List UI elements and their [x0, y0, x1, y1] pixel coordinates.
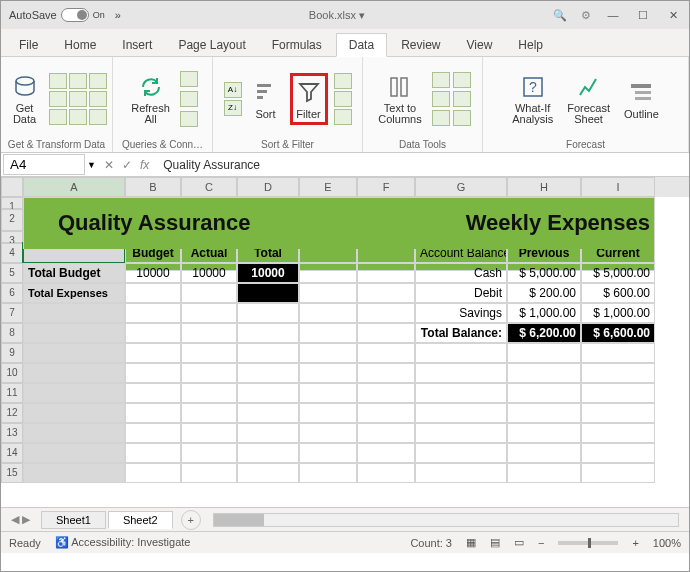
cell[interactable]	[181, 283, 237, 303]
cell[interactable]	[125, 383, 181, 403]
cell[interactable]	[299, 403, 357, 423]
cell[interactable]	[299, 363, 357, 383]
row-header[interactable]: 13	[1, 423, 23, 443]
row-header[interactable]: 9	[1, 343, 23, 363]
clear-filter-icon[interactable]	[334, 73, 352, 89]
tab-view[interactable]: View	[455, 34, 505, 56]
cell[interactable]	[357, 303, 415, 323]
sheet-nav-icons[interactable]: ◀ ▶	[11, 513, 30, 526]
remove-dup-icon[interactable]	[453, 72, 471, 88]
cell[interactable]	[125, 323, 181, 343]
fx-icon[interactable]: fx	[140, 158, 149, 172]
data-model-icon[interactable]	[453, 110, 471, 126]
cell[interactable]	[181, 323, 237, 343]
relationships-icon[interactable]	[432, 110, 450, 126]
horizontal-scrollbar[interactable]	[213, 513, 679, 527]
tab-formulas[interactable]: Formulas	[260, 34, 334, 56]
cell[interactable]	[581, 463, 655, 483]
cancel-icon[interactable]: ✕	[104, 158, 114, 172]
cell[interactable]: $ 1,000.00	[507, 303, 581, 323]
cell[interactable]	[507, 463, 581, 483]
cell[interactable]: Cash	[415, 263, 507, 283]
cell[interactable]	[237, 463, 299, 483]
cell[interactable]	[357, 443, 415, 463]
cell[interactable]	[125, 343, 181, 363]
cell[interactable]	[357, 343, 415, 363]
cell[interactable]	[181, 303, 237, 323]
cell[interactable]	[23, 443, 125, 463]
cell[interactable]: Savings	[415, 303, 507, 323]
outline-button[interactable]: Outline	[620, 76, 663, 122]
cell[interactable]	[581, 443, 655, 463]
row-header[interactable]: 3	[1, 231, 23, 243]
cell[interactable]	[237, 343, 299, 363]
cell[interactable]	[415, 403, 507, 423]
cell[interactable]	[507, 423, 581, 443]
cell[interactable]: 10000	[237, 263, 299, 283]
cell[interactable]: Debit	[415, 283, 507, 303]
row-header[interactable]: 10	[1, 363, 23, 383]
cell[interactable]	[181, 363, 237, 383]
cell[interactable]	[415, 383, 507, 403]
cell[interactable]: 10000	[181, 263, 237, 283]
cell[interactable]	[357, 363, 415, 383]
cell[interactable]: $ 6,200.00	[507, 323, 581, 343]
cell[interactable]	[125, 403, 181, 423]
cell[interactable]	[181, 423, 237, 443]
cell[interactable]	[237, 423, 299, 443]
cell[interactable]: $ 5,000.00	[507, 263, 581, 283]
cell[interactable]	[181, 463, 237, 483]
cell[interactable]: Total Expenses	[23, 283, 125, 303]
cell[interactable]	[23, 303, 125, 323]
sort-za-icon[interactable]: Z↓	[224, 100, 242, 116]
cell[interactable]	[299, 263, 357, 283]
cell[interactable]	[581, 383, 655, 403]
cell[interactable]	[23, 363, 125, 383]
cell[interactable]: $ 600.00	[581, 283, 655, 303]
view-layout-icon[interactable]: ▤	[490, 536, 500, 549]
cell[interactable]	[299, 283, 357, 303]
zoom-out-button[interactable]: −	[538, 537, 544, 549]
zoom-slider[interactable]	[558, 541, 618, 545]
cell[interactable]	[581, 343, 655, 363]
cell[interactable]	[357, 323, 415, 343]
cell[interactable]	[357, 403, 415, 423]
row-header[interactable]: 5	[1, 263, 23, 283]
flash-fill-icon[interactable]	[432, 72, 450, 88]
cell[interactable]	[125, 443, 181, 463]
cell[interactable]	[299, 423, 357, 443]
close-button[interactable]: ✕	[665, 9, 681, 22]
cell[interactable]	[237, 303, 299, 323]
cell[interactable]	[581, 423, 655, 443]
cell[interactable]	[237, 323, 299, 343]
cell[interactable]	[415, 423, 507, 443]
cell[interactable]	[507, 343, 581, 363]
row-header[interactable]: 14	[1, 443, 23, 463]
tab-data[interactable]: Data	[336, 33, 387, 57]
cell[interactable]	[181, 403, 237, 423]
view-normal-icon[interactable]: ▦	[466, 536, 476, 549]
name-box[interactable]	[3, 154, 85, 175]
cell[interactable]: $ 6,600.00	[581, 323, 655, 343]
cell[interactable]	[23, 423, 125, 443]
row-header[interactable]: 7	[1, 303, 23, 323]
cell[interactable]	[581, 363, 655, 383]
cell[interactable]	[237, 383, 299, 403]
cell[interactable]	[23, 403, 125, 423]
cell[interactable]	[357, 383, 415, 403]
filter-button[interactable]: Filter	[290, 73, 328, 125]
col-header-i[interactable]: I	[581, 177, 655, 197]
text-to-columns-button[interactable]: Text to Columns	[374, 71, 425, 127]
cell[interactable]	[299, 383, 357, 403]
enter-icon[interactable]: ✓	[122, 158, 132, 172]
data-validation-icon[interactable]	[432, 91, 450, 107]
row-header[interactable]: 6	[1, 283, 23, 303]
cell[interactable]	[357, 463, 415, 483]
maximize-button[interactable]: ☐	[635, 9, 651, 22]
cell[interactable]	[237, 403, 299, 423]
tab-file[interactable]: File	[7, 34, 50, 56]
whatif-button[interactable]: ? What-If Analysis	[508, 71, 557, 127]
refresh-all-button[interactable]: Refresh All	[127, 71, 174, 127]
consolidate-icon[interactable]	[453, 91, 471, 107]
cell[interactable]	[23, 323, 125, 343]
